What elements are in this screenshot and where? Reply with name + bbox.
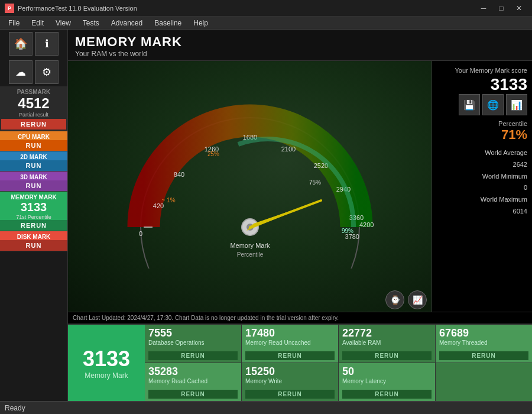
mem-latency-rerun-button[interactable]: RERUN — [342, 390, 432, 399]
world-minimum-label: World Minimum — [481, 171, 527, 183]
gauge-container: 0 420 840 1260 1680 2100 2520 2940 3360 … — [68, 61, 432, 312]
memory-mark-main-metric: 3133 Memory Mark — [68, 325, 145, 401]
sidebar-nav-icons-bottom: ☁ ⚙ — [0, 58, 67, 86]
mem-read-cached-name: Memory Read Cached — [148, 378, 238, 390]
memory-mark-main-score: 3133 — [83, 347, 130, 371]
percentile-value: 71% — [501, 127, 527, 143]
globe-icon[interactable]: 🌐 — [482, 94, 504, 115]
mem-threaded-rerun-button[interactable]: RERUN — [439, 351, 528, 360]
threed-mark-run-button[interactable]: RUN — [0, 180, 67, 191]
world-average-value: 2642 — [481, 159, 527, 171]
gear-icon[interactable]: ⚙ — [35, 60, 59, 84]
chart-info-text: Chart Last Updated: 2024/4/27, 17:30. Ch… — [73, 315, 339, 321]
chart-line-icon[interactable]: 📈 — [408, 290, 427, 309]
db-ops-rerun-button[interactable]: RERUN — [148, 351, 238, 360]
window-controls: ─ □ ✕ — [475, 2, 527, 15]
metric-cell-empty — [436, 363, 532, 401]
sidebar: 🏠 ℹ ☁ ⚙ PASSMARK 4512 Partial result RER… — [0, 30, 68, 401]
world-maximum-value: 6014 — [481, 206, 527, 218]
metric-cell-mem-threaded: 67689 Memory Threaded RERUN — [436, 325, 532, 363]
world-stats: World Average 2642 World Minimum 0 World… — [481, 147, 527, 218]
mem-write-name: Memory Write — [245, 378, 335, 390]
app-title: PerformanceTest 11.0 Evaluation Version — [18, 5, 475, 12]
avail-ram-rerun-button[interactable]: RERUN — [342, 351, 432, 360]
mem-latency-name: Memory Latency — [342, 378, 432, 390]
menu-item-view[interactable]: View — [50, 17, 77, 30]
metrics-grid: 7555 Database Operations RERUN 17480 Mem… — [145, 325, 532, 401]
avail-ram-name: Available RAM — [342, 339, 432, 351]
metric-cell-mem-write: 15250 Memory Write RERUN — [242, 363, 338, 401]
world-average-label: World Average — [481, 147, 527, 159]
passmark-label: PASSMARK — [1, 89, 66, 95]
disk-mark-run-button[interactable]: RUN — [0, 240, 67, 251]
save-score-icon[interactable]: 💾 — [459, 94, 480, 115]
mem-read-uncached-rerun-button[interactable]: RERUN — [245, 351, 335, 360]
maximize-button[interactable]: □ — [493, 2, 510, 15]
page-title: MEMORY MARK — [75, 34, 525, 50]
menu-item-advanced[interactable]: Advanced — [105, 17, 148, 30]
metric-cell-db-ops: 7555 Database Operations RERUN — [145, 325, 241, 363]
passmark-rerun-button[interactable]: RERUN — [1, 119, 66, 130]
sidebar-nav-icons-top: 🏠 ℹ — [0, 30, 67, 58]
mem-read-cached-score: 35283 — [148, 366, 238, 378]
score-panel-value: 3133 — [491, 75, 527, 94]
twod-mark-section: 2D MARK RUN — [0, 151, 67, 172]
metric-cell-mem-latency: 50 Memory Latency RERUN — [339, 363, 435, 401]
gauge-icon[interactable]: ⌚ — [385, 290, 404, 309]
mem-read-cached-rerun-button[interactable]: RERUN — [148, 390, 238, 399]
titlebar: P PerformanceTest 11.0 Evaluation Versio… — [0, 0, 532, 17]
score-panel: Your Memory Mark score 3133 💾 🌐 📊 Percen… — [432, 61, 532, 312]
score-panel-label: Your Memory Mark score — [455, 67, 527, 74]
svg-text:~ 1%: ~ 1% — [161, 197, 175, 203]
minimize-button[interactable]: ─ — [475, 2, 492, 15]
memory-mark-percentile: 71st Percentile — [0, 214, 67, 220]
metrics-panel: 3133 Memory Mark 7555 Database Operation… — [68, 324, 532, 401]
svg-text:840: 840 — [173, 171, 184, 178]
mem-read-uncached-score: 17480 — [245, 327, 335, 339]
menu-item-file[interactable]: File — [2, 17, 25, 30]
svg-text:25%: 25% — [207, 151, 219, 157]
chart-info-bar: Chart Last Updated: 2024/4/27, 17:30. Ch… — [68, 312, 532, 324]
compare-icon[interactable]: 📊 — [506, 94, 527, 115]
info-icon[interactable]: ℹ — [35, 32, 59, 56]
percentile-label: Percentile — [498, 120, 527, 127]
disk-mark-section: DISK MARK RUN — [0, 231, 67, 251]
menu-item-tests[interactable]: Tests — [77, 17, 105, 30]
mem-write-rerun-button[interactable]: RERUN — [245, 390, 335, 399]
home-icon[interactable]: 🏠 — [9, 32, 33, 56]
svg-text:Memory Mark: Memory Mark — [230, 242, 270, 249]
gauge-svg: 0 420 840 1260 1680 2100 2520 2940 3360 … — [126, 103, 374, 270]
twod-mark-label: 2D MARK — [0, 151, 67, 160]
gauge-area: 0 420 840 1260 1680 2100 2520 2940 3360 … — [68, 61, 532, 312]
memory-mark-label: MEMORY MARK — [0, 192, 67, 200]
cpu-mark-section: CPU MARK RUN — [0, 131, 67, 151]
memory-mark-score: 3133 — [0, 200, 67, 214]
close-button[interactable]: ✕ — [511, 2, 527, 15]
menu-item-baseline[interactable]: Baseline — [148, 17, 187, 30]
page-subtitle: Your RAM vs the world — [75, 50, 525, 58]
mem-threaded-name: Memory Threaded — [439, 339, 528, 351]
memory-mark-main-label: Memory Mark — [85, 371, 128, 380]
twod-mark-run-button[interactable]: RUN — [0, 160, 67, 171]
menu-item-edit[interactable]: Edit — [25, 17, 50, 30]
cloud-icon[interactable]: ☁ — [9, 60, 33, 84]
memory-mark-rerun-button[interactable]: RERUN — [0, 220, 67, 231]
passmark-partial: Partial result — [1, 112, 66, 119]
threed-mark-section: 3D MARK RUN — [0, 172, 67, 192]
menu-item-help[interactable]: Help — [187, 17, 214, 30]
cpu-mark-label: CPU MARK — [0, 131, 67, 140]
db-ops-score: 7555 — [148, 327, 238, 339]
statusbar: Ready — [0, 401, 532, 414]
passmark-score: 4512 — [1, 95, 66, 112]
svg-text:99%: 99% — [341, 228, 353, 234]
score-icon-row: 💾 🌐 📊 — [459, 94, 527, 115]
svg-text:75%: 75% — [309, 179, 320, 186]
app-icon: P — [5, 4, 14, 13]
svg-text:Percentile: Percentile — [236, 251, 263, 258]
main-layout: 🏠 ℹ ☁ ⚙ PASSMARK 4512 Partial result RER… — [0, 30, 532, 401]
db-ops-name: Database Operations — [148, 339, 238, 351]
metric-cell-avail-ram: 22772 Available RAM RERUN — [339, 325, 435, 363]
cpu-mark-run-button[interactable]: RUN — [0, 140, 67, 151]
content-header: MEMORY MARK Your RAM vs the world — [68, 30, 532, 61]
svg-text:0: 0 — [138, 230, 142, 237]
